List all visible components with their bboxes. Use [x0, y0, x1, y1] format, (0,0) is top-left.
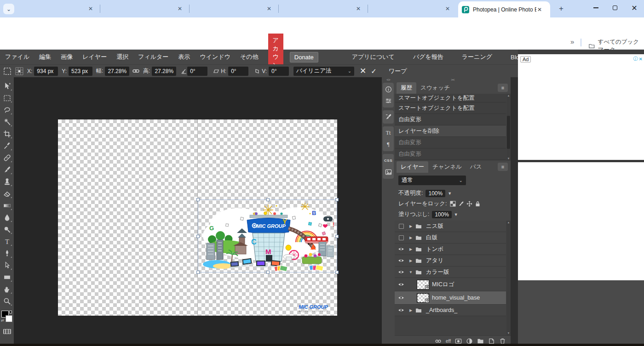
- crop-tool[interactable]: [0, 128, 13, 140]
- history-item-undone[interactable]: 自由変形: [395, 137, 506, 148]
- reference-point-icon[interactable]: [15, 67, 23, 75]
- visibility-toggle[interactable]: [395, 282, 408, 287]
- close-icon[interactable]: ✕: [267, 6, 271, 12]
- hand-tool[interactable]: [0, 283, 13, 295]
- type-tool[interactable]: T: [0, 235, 13, 247]
- visibility-toggle[interactable]: [395, 258, 408, 263]
- paragraph-panel-button[interactable]: ¶: [383, 139, 394, 150]
- scroll-up-icon[interactable]: ▲: [506, 94, 511, 98]
- cancel-transform-button[interactable]: ✕: [360, 66, 366, 76]
- menu-filter[interactable]: フィルター: [138, 53, 168, 61]
- scrollbar-thumb[interactable]: [507, 116, 510, 149]
- lasso-tool[interactable]: [0, 104, 13, 116]
- tab-paths[interactable]: パス: [466, 161, 486, 173]
- layers-menu-button[interactable]: ≡: [498, 163, 508, 171]
- css-panel-button[interactable]: CSS: [383, 155, 394, 166]
- skew-v-input[interactable]: 0°: [269, 67, 289, 76]
- window-minimize-button[interactable]: [586, 0, 605, 16]
- height-input[interactable]: 27.28%: [152, 67, 176, 76]
- donate-button[interactable]: Donate: [290, 52, 318, 62]
- blur-tool[interactable]: [0, 211, 13, 223]
- magic-wand-tool[interactable]: [0, 116, 13, 128]
- menu-report-bug[interactable]: バグを報告: [413, 53, 443, 61]
- ad-close-icon[interactable]: ✕: [639, 57, 643, 62]
- expander-icon-open[interactable]: ▼: [408, 270, 414, 274]
- layer-row-home-visual-base[interactable]: home_visual_base: [395, 291, 506, 305]
- layer-row-colorban[interactable]: ▼ カラー版: [395, 267, 506, 278]
- tab-history[interactable]: 履歴: [397, 82, 416, 94]
- visibility-toggle[interactable]: [395, 224, 408, 229]
- layers-scrollbar[interactable]: ▲ ▼: [506, 221, 511, 335]
- ad-frame[interactable]: [518, 162, 644, 280]
- window-close-button[interactable]: ✕: [625, 0, 644, 16]
- ad-frame[interactable]: Ad ⓘ ✕: [518, 54, 644, 160]
- visibility-toggle[interactable]: [395, 235, 408, 240]
- visibility-toggle[interactable]: [395, 247, 408, 251]
- clone-stamp-tool[interactable]: [0, 176, 13, 187]
- pen-tool[interactable]: [0, 247, 13, 259]
- expander-icon[interactable]: ▶: [408, 259, 414, 263]
- menu-learn[interactable]: ラーニング: [462, 53, 492, 61]
- close-icon[interactable]: ✕: [356, 6, 361, 12]
- move-tool[interactable]: [0, 80, 13, 92]
- width-input[interactable]: 27.28%: [105, 67, 129, 76]
- background-color[interactable]: [6, 315, 12, 322]
- layer-row-nisuban[interactable]: ▶ ニス版: [395, 221, 506, 232]
- swap-colors-icon[interactable]: ⇄: [1, 318, 4, 323]
- shape-tool[interactable]: [0, 271, 13, 283]
- marquee-tool[interactable]: [0, 92, 13, 104]
- layer-row-mic-logo[interactable]: MICロゴ: [395, 278, 506, 291]
- opacity-dropdown-icon[interactable]: ▼: [448, 191, 452, 196]
- new-tab-button[interactable]: +: [556, 3, 567, 14]
- layer-thumbnail[interactable]: [417, 293, 429, 303]
- layer-row-atari[interactable]: ▶ アタリ: [395, 255, 506, 267]
- healing-tool[interactable]: [0, 152, 13, 164]
- history-item[interactable]: スマートオブジェクトを配置: [395, 102, 506, 114]
- tab-search-button[interactable]: ⌄: [3, 4, 14, 14]
- properties-panel-button[interactable]: [383, 95, 394, 107]
- visibility-toggle[interactable]: [395, 295, 408, 300]
- skew-h-input[interactable]: 0°: [228, 67, 248, 76]
- browser-tab[interactable]: ✕: [100, 0, 189, 17]
- tab-swatches[interactable]: スウォッチ: [416, 82, 454, 94]
- y-input[interactable]: 523 px: [69, 67, 92, 76]
- menu-view[interactable]: 表示: [178, 53, 190, 61]
- close-icon[interactable]: ✕: [537, 6, 542, 13]
- menu-select[interactable]: 選択: [116, 53, 128, 61]
- panel-edge-divider[interactable]: [511, 77, 518, 346]
- browser-tab[interactable]: ✕: [368, 0, 456, 17]
- image-panel-button[interactable]: [383, 166, 394, 178]
- expander-icon[interactable]: ▶: [408, 308, 414, 312]
- browser-tab[interactable]: ✕: [190, 0, 278, 17]
- tab-layers[interactable]: レイヤー: [397, 161, 428, 173]
- expander-icon[interactable]: ▶: [408, 247, 414, 251]
- history-item-undone[interactable]: 自由変形: [395, 148, 506, 160]
- close-icon[interactable]: ✕: [178, 6, 182, 12]
- tab-channels[interactable]: チャンネル: [428, 161, 466, 173]
- brush-panel-button[interactable]: [383, 111, 394, 123]
- visibility-toggle[interactable]: [395, 270, 408, 274]
- history-item[interactable]: スマートオブジェクトを配置: [395, 94, 506, 102]
- confirm-transform-button[interactable]: ✓: [371, 67, 377, 75]
- eraser-tool[interactable]: [0, 187, 13, 199]
- menu-edit[interactable]: 編集: [39, 53, 51, 61]
- layer-row-shiroban[interactable]: ▶ 白版: [395, 232, 506, 244]
- menu-file[interactable]: ファイル: [5, 53, 29, 61]
- menu-image[interactable]: 画像: [61, 53, 73, 61]
- link-dimensions-icon[interactable]: [132, 68, 139, 74]
- gradient-tool[interactable]: [0, 199, 13, 211]
- scroll-down-icon[interactable]: ▼: [506, 331, 511, 335]
- keyboard-icon[interactable]: [3, 329, 11, 334]
- info-panel-button[interactable]: [383, 84, 394, 95]
- document-canvas[interactable]: MIC GROUP: [58, 119, 337, 316]
- menu-layer[interactable]: レイヤー: [82, 53, 107, 61]
- opacity-input[interactable]: 100%: [426, 190, 445, 197]
- canvas-area[interactable]: MIC GROUP: [14, 77, 382, 346]
- blend-mode-select[interactable]: 通常 ⌄: [398, 176, 466, 185]
- zoom-tool[interactable]: [0, 295, 13, 307]
- brush-tool[interactable]: [0, 164, 13, 176]
- character-panel-button[interactable]: Tt: [383, 127, 394, 139]
- collapse-dock-icon[interactable]: <>: [382, 77, 395, 83]
- bookmarks-overflow-button[interactable]: »: [570, 38, 574, 45]
- default-colors-icon[interactable]: [9, 311, 12, 313]
